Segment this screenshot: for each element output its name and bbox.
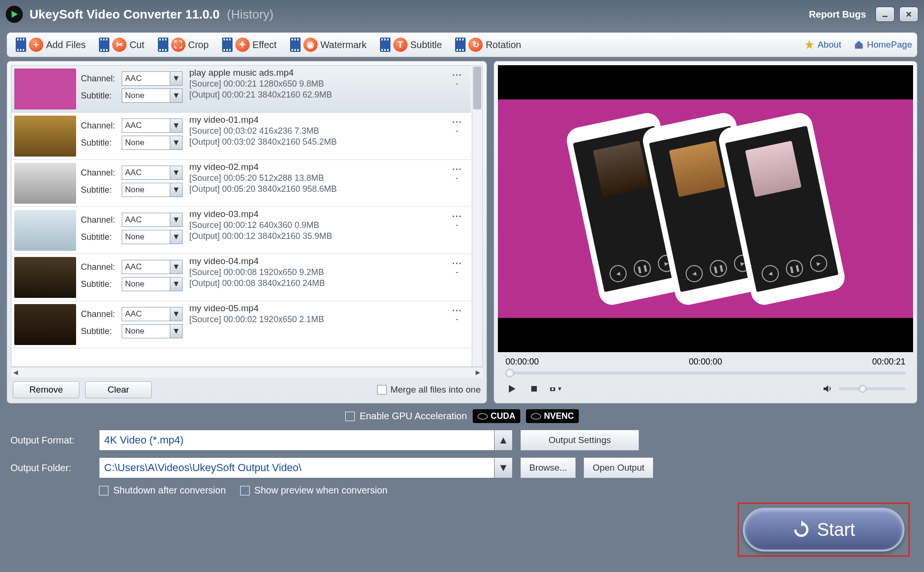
- more-button[interactable]: ...: [452, 162, 467, 172]
- film-icon: [158, 38, 168, 52]
- file-row[interactable]: Channel:AAC▼Subtitle:None▼play apple mus…: [11, 66, 471, 113]
- time-current: 00:00:00: [689, 357, 722, 367]
- checkbox-icon: [377, 385, 387, 394]
- channel-select[interactable]: AAC▼: [122, 118, 183, 133]
- shutdown-checkbox[interactable]: Shutdown after conversion: [99, 485, 226, 496]
- merge-checkbox[interactable]: Merge all files into one: [377, 385, 481, 395]
- about-link[interactable]: About: [804, 39, 841, 50]
- dash: -: [456, 79, 458, 89]
- svg-marker-4: [805, 40, 814, 49]
- stop-button[interactable]: [527, 382, 541, 395]
- history-link[interactable]: (History): [227, 7, 273, 21]
- homepage-link[interactable]: HomePage: [854, 39, 912, 50]
- channel-select[interactable]: AAC▼: [122, 307, 183, 321]
- subtitle-select[interactable]: None▼: [122, 324, 183, 338]
- volume-icon[interactable]: [821, 382, 834, 395]
- checkbox-icon: [240, 486, 250, 495]
- video-preview: ◄❚❚► ◄❚❚► ◄❚❚►: [498, 65, 913, 352]
- subtitle-label: Subtitle:: [81, 185, 122, 195]
- channel-label: Channel:: [81, 262, 122, 272]
- checkbox-icon: [99, 486, 108, 495]
- minimize-button[interactable]: [875, 7, 895, 22]
- more-button[interactable]: ...: [452, 256, 467, 266]
- source-info: [Source] 00:03:02 416x236 7.3MB: [189, 126, 319, 136]
- snapshot-button[interactable]: ▼: [549, 382, 563, 395]
- start-button[interactable]: Start: [743, 508, 905, 552]
- more-button[interactable]: ...: [452, 68, 467, 78]
- subtitle-select[interactable]: None▼: [122, 230, 183, 244]
- subtitle-select[interactable]: None▼: [122, 89, 183, 103]
- file-name: play apple music ads.mp4: [189, 68, 294, 78]
- subtitle-button[interactable]: TSubtitle: [376, 36, 446, 54]
- output-info: [Output] 00:00:12 3840x2160 35.9MB: [189, 231, 332, 241]
- channel-label: Channel:: [81, 309, 122, 319]
- channel-label: Channel:: [81, 168, 122, 178]
- subtitle-select[interactable]: None▼: [122, 136, 183, 150]
- gpu-label: Enable GPU Acceleration: [360, 411, 467, 422]
- show-preview-checkbox[interactable]: Show preview when conversion: [240, 485, 388, 496]
- output-folder-input[interactable]: C:\Users\A\Videos\UkeySoft Output Video\…: [99, 457, 513, 478]
- more-button[interactable]: ...: [452, 209, 467, 219]
- browse-button[interactable]: Browse...: [520, 457, 576, 478]
- file-row[interactable]: Channel:AAC▼Subtitle:None▼my video-02.mp…: [11, 160, 471, 207]
- seek-bar[interactable]: [498, 372, 913, 378]
- start-highlight: Start: [738, 503, 910, 557]
- svg-rect-7: [531, 386, 537, 392]
- film-icon: [222, 38, 233, 52]
- star-icon: [804, 39, 815, 50]
- report-bugs-link[interactable]: Report Bugs: [809, 9, 866, 20]
- more-button[interactable]: ...: [452, 115, 467, 125]
- svg-rect-5: [857, 46, 860, 49]
- horizontal-scrollbar[interactable]: ◄►: [11, 367, 483, 377]
- vertical-scrollbar[interactable]: [472, 66, 482, 366]
- subtitle-select[interactable]: None▼: [122, 277, 183, 291]
- add-files-label: Add Files: [46, 39, 86, 50]
- volume-slider[interactable]: [839, 387, 905, 390]
- time-display: 00:00:00 00:00:00 00:00:21: [498, 352, 913, 372]
- close-button[interactable]: [899, 7, 918, 22]
- chevron-down-icon: ▼: [170, 230, 182, 244]
- nvidia-icon: [477, 413, 488, 420]
- file-name: my video-03.mp4: [189, 209, 259, 219]
- drop-icon: ◉: [303, 38, 318, 52]
- channel-select[interactable]: AAC▼: [122, 260, 183, 274]
- subtitle-select[interactable]: None▼: [122, 183, 183, 197]
- cut-button[interactable]: ✂Cut: [95, 36, 148, 54]
- channel-label: Channel:: [81, 121, 122, 131]
- subtitle-label: Subtitle:: [81, 279, 122, 289]
- rotation-button[interactable]: ↻Rotation: [451, 36, 525, 54]
- chevron-down-icon: ▼: [170, 277, 182, 291]
- output-settings-button[interactable]: Output Settings: [520, 430, 639, 451]
- file-row[interactable]: Channel:AAC▼Subtitle:None▼my video-05.mp…: [11, 301, 471, 348]
- channel-select[interactable]: AAC▼: [122, 213, 183, 227]
- channel-select[interactable]: AAC▼: [122, 71, 183, 86]
- more-button[interactable]: ...: [452, 304, 467, 314]
- remove-button[interactable]: Remove: [13, 381, 79, 398]
- clear-button[interactable]: Clear: [85, 381, 152, 398]
- show-preview-label: Show preview when conversion: [254, 485, 388, 496]
- channel-select[interactable]: AAC▼: [122, 166, 183, 180]
- start-label: Start: [817, 520, 855, 540]
- file-row[interactable]: Channel:AAC▼Subtitle:None▼my video-04.mp…: [11, 254, 471, 301]
- file-row[interactable]: Channel:AAC▼Subtitle:None▼my video-03.mp…: [11, 207, 471, 254]
- watermark-button[interactable]: ◉Watermark: [286, 36, 370, 54]
- homepage-label: HomePage: [867, 39, 912, 50]
- rotation-label: Rotation: [486, 39, 521, 50]
- app-logo: [6, 6, 23, 23]
- source-info: [Source] 00:05:20 512x288 13.8MB: [189, 173, 324, 183]
- app-name: UkeySoft Video Converter: [29, 7, 182, 21]
- merge-label: Merge all files into one: [390, 385, 481, 395]
- nvenc-badge: NVENC: [526, 409, 579, 423]
- file-row[interactable]: Channel:AAC▼Subtitle:None▼my video-01.mp…: [11, 113, 471, 160]
- thumbnail: [14, 116, 76, 157]
- gpu-checkbox[interactable]: Enable GPU Acceleration: [345, 411, 467, 422]
- play-button[interactable]: [506, 382, 519, 395]
- open-output-button[interactable]: Open Output: [584, 457, 653, 478]
- crop-label: Crop: [188, 39, 209, 50]
- channel-label: Channel:: [81, 74, 122, 84]
- effect-button[interactable]: ✦Effect: [218, 36, 281, 54]
- add-files-button[interactable]: +Add Files: [12, 36, 89, 54]
- output-format-select[interactable]: 4K Video (*.mp4)▲: [99, 430, 513, 451]
- svg-marker-0: [12, 11, 18, 18]
- crop-button[interactable]: ⛶Crop: [154, 36, 213, 54]
